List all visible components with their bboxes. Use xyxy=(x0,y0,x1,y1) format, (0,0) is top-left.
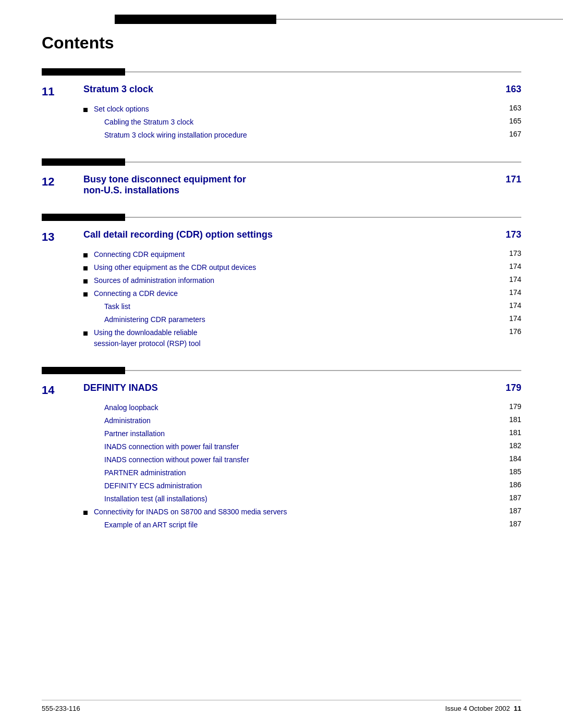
toc-entry: Analog loopback 179 xyxy=(83,402,521,413)
no-bullet xyxy=(83,301,94,302)
toc-label: Using other equipment as the CDR output … xyxy=(94,262,490,273)
no-bullet xyxy=(83,467,94,468)
toc-page: 165 xyxy=(490,117,521,125)
toc-label: INADS connection with power fail transfe… xyxy=(104,441,490,452)
toc-page: 185 xyxy=(490,467,521,476)
toc-label: Connecting a CDR device xyxy=(94,288,490,299)
toc-label: Sources of administration information xyxy=(94,275,490,286)
footer-issue-label: Issue 4 October 2002 xyxy=(445,705,510,712)
divider-line xyxy=(125,162,521,163)
bullet-icon xyxy=(83,327,94,338)
footer-issue: Issue 4 October 2002 11 xyxy=(445,705,521,712)
no-bullet xyxy=(83,117,94,118)
gap xyxy=(42,146,521,158)
toc-entry: Stratum 3 clock wiring installation proc… xyxy=(83,130,521,141)
bullet-icon xyxy=(83,249,94,260)
toc-label: DEFINITY ECS administration xyxy=(104,480,490,491)
gap xyxy=(42,354,521,367)
chapter-13-divider xyxy=(42,214,521,221)
toc-entry: Using the downloadable reliablesession-l… xyxy=(83,327,521,349)
bullet-square xyxy=(83,331,88,336)
content-area: Contents 11 Stratum 3 clock 163 Set cloc… xyxy=(0,33,563,567)
toc-label: INADS connection without power fail tran… xyxy=(104,454,490,465)
chapter-11-number: 11 xyxy=(42,84,83,98)
bullet-icon xyxy=(83,262,94,273)
toc-label: Analog loopback xyxy=(104,402,490,413)
bullet-square xyxy=(83,279,88,283)
toc-entry: Connecting CDR equipment 173 xyxy=(83,249,521,260)
toc-entry: DEFINITY ECS administration 186 xyxy=(83,480,521,491)
toc-page: 167 xyxy=(490,130,521,138)
toc-label: Installation test (all installations) xyxy=(104,493,490,504)
toc-page: 174 xyxy=(490,301,521,310)
no-bullet xyxy=(83,520,94,521)
chapter-13-row: 13 Call detail recording (CDR) option se… xyxy=(42,229,521,244)
toc-page: 187 xyxy=(490,493,521,502)
chapter-12-divider xyxy=(42,158,521,166)
toc-page: 173 xyxy=(490,249,521,257)
toc-page: 163 xyxy=(490,104,521,112)
divider-black xyxy=(42,158,125,166)
no-bullet xyxy=(83,454,94,455)
top-bar xyxy=(0,0,563,24)
toc-entry: Sources of administration information 17… xyxy=(83,275,521,286)
toc-page: 179 xyxy=(490,402,521,411)
divider-line xyxy=(125,217,521,218)
toc-entry: Connectivity for INADS on S8700 and S830… xyxy=(83,507,521,517)
chapter-13-number: 13 xyxy=(42,229,83,244)
toc-page: 174 xyxy=(490,262,521,270)
top-bar-line xyxy=(276,19,563,20)
chapter-11-divider xyxy=(42,68,521,76)
chapter-11-row: 11 Stratum 3 clock 163 xyxy=(42,84,521,98)
chapter-11-title: Stratum 3 clock xyxy=(83,84,490,95)
no-bullet xyxy=(83,428,94,429)
toc-entry: Administration 181 xyxy=(83,415,521,426)
toc-page: 174 xyxy=(490,288,521,297)
bullet-square xyxy=(83,253,88,257)
bullet-icon xyxy=(83,288,94,299)
toc-label: Stratum 3 clock wiring installation proc… xyxy=(104,130,490,141)
toc-page: 176 xyxy=(490,327,521,336)
toc-label: Partner installation xyxy=(104,428,490,439)
footer: 555-233-116 Issue 4 October 2002 11 xyxy=(42,700,521,712)
bullet-square xyxy=(83,108,88,112)
toc-label: Administering CDR parameters xyxy=(104,314,490,325)
toc-page: 184 xyxy=(490,454,521,463)
chapter-14-entries: Analog loopback 179 Administration 181 P… xyxy=(83,402,521,530)
chapter-12-page: 171 xyxy=(490,174,521,185)
chapter-14-title: DEFINITY INADS xyxy=(83,382,490,393)
bullet-square xyxy=(83,292,88,297)
page-container: Contents 11 Stratum 3 clock 163 Set cloc… xyxy=(0,0,563,728)
toc-entry: Cabling the Stratum 3 clock 165 xyxy=(83,117,521,128)
divider-black xyxy=(42,367,125,374)
toc-entry: Example of an ART script file 187 xyxy=(83,520,521,530)
chapter-14-number: 14 xyxy=(42,382,83,397)
toc-page: 174 xyxy=(490,275,521,283)
divider-black xyxy=(42,214,125,221)
bullet-square xyxy=(83,266,88,270)
chapter-12-title: Busy tone disconnect equipment fornon-U.… xyxy=(83,174,490,196)
chapter-11-page: 163 xyxy=(490,84,521,95)
chapter-14-page: 179 xyxy=(490,382,521,393)
toc-label: Connectivity for INADS on S8700 and S830… xyxy=(94,507,490,517)
chapter-12-row: 12 Busy tone disconnect equipment fornon… xyxy=(42,174,521,196)
bullet-icon xyxy=(83,275,94,286)
toc-entry: INADS connection with power fail transfe… xyxy=(83,441,521,452)
bullet-icon xyxy=(83,104,94,114)
divider-black xyxy=(42,68,125,76)
toc-label: Set clock options xyxy=(94,104,490,115)
toc-label: PARTNER administration xyxy=(104,467,490,478)
toc-label: Using the downloadable reliablesession-l… xyxy=(94,327,490,349)
toc-entry: Using other equipment as the CDR output … xyxy=(83,262,521,273)
chapter-14-row: 14 DEFINITY INADS 179 xyxy=(42,382,521,397)
chapter-13-page: 173 xyxy=(490,229,521,240)
chapter-12-number: 12 xyxy=(42,174,83,189)
no-bullet xyxy=(83,480,94,482)
footer-page-number: 11 xyxy=(514,705,521,712)
bullet-icon xyxy=(83,507,94,517)
chapter-13-title: Call detail recording (CDR) option setti… xyxy=(83,229,490,240)
toc-entry: PARTNER administration 185 xyxy=(83,467,521,478)
toc-page: 186 xyxy=(490,480,521,489)
toc-label: Task list xyxy=(104,301,490,312)
toc-label: Example of an ART script file xyxy=(104,520,490,530)
